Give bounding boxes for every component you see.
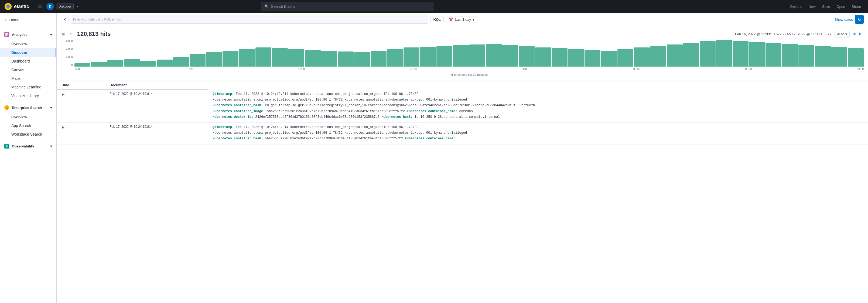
doc-line: kubernetes.container_hash: eu.gcr.io/sap… xyxy=(213,103,864,108)
sidebar-category-enterprise[interactable]: 🔶 Enterprise Search ▾ xyxy=(0,102,56,113)
document-cell: @timestamp: Feb 17, 2022 @ 10:24:19.814 … xyxy=(208,90,868,123)
chart-bar[interactable] xyxy=(124,59,140,67)
doc-line: kubernetes.annotations.cni_projectcalico… xyxy=(213,97,864,102)
chart-bar[interactable] xyxy=(157,60,173,67)
global-search-bar[interactable]: 🔍 xyxy=(261,2,433,11)
sidebar-item-dashboard[interactable]: Dashboard xyxy=(0,57,56,66)
chart-bar[interactable] xyxy=(716,40,732,67)
chart-bar[interactable] xyxy=(650,46,666,67)
chart-bar[interactable] xyxy=(420,47,436,67)
chart-bar[interactable] xyxy=(585,50,600,67)
sidebar-enterprise-left: 🔶 Enterprise Search xyxy=(4,105,42,110)
auto-interval-select[interactable]: Auto ▾ xyxy=(835,31,850,37)
sidebar-analytics-section: 📊 Analytics ▾ Overview Discover Dashboar… xyxy=(0,29,56,101)
chart-bar[interactable] xyxy=(371,51,386,67)
y-label-2000: 2,000 xyxy=(61,56,73,59)
sidebar-item-maps[interactable]: Maps xyxy=(0,74,56,83)
chart-bar[interactable] xyxy=(519,46,535,67)
sidebar-item-canvas[interactable]: Canvas xyxy=(0,66,56,74)
chart-header-right: Feb 16, 2022 @ 11:33:13.677 - Feb 17, 20… xyxy=(735,31,864,37)
eye-slash-icon: 👁 xyxy=(853,32,857,36)
chart-bar[interactable] xyxy=(436,46,452,67)
chart-bar[interactable] xyxy=(733,41,748,67)
app-chevron-button[interactable]: ▾ xyxy=(76,5,80,8)
sidebar-item-discover[interactable]: Discover xyxy=(0,48,56,57)
chart-bar[interactable] xyxy=(601,51,617,67)
close-button[interactable]: ✕ xyxy=(61,15,68,23)
chart-bar[interactable] xyxy=(91,62,107,67)
columns-toggle-button[interactable]: ⊞ xyxy=(61,31,66,37)
chart-bar[interactable] xyxy=(190,54,206,67)
kql-badge[interactable]: KQL xyxy=(431,16,444,23)
y-axis: 6,000 4,000 2,000 0 xyxy=(61,40,74,67)
open-button[interactable]: Open xyxy=(834,3,848,10)
chart-bar[interactable] xyxy=(815,46,831,67)
chart-bar[interactable] xyxy=(848,48,864,67)
sidebar-item-app-search[interactable]: App Search xyxy=(0,121,56,130)
sidebar-item-ent-overview[interactable]: Overview xyxy=(0,113,56,121)
time-sort-icon[interactable]: ↓ xyxy=(71,83,73,87)
top-nav-left-icons: ☰ D Discover ▾ xyxy=(36,2,80,10)
chart-bar[interactable] xyxy=(255,47,271,67)
sidebar-item-home[interactable]: ⌂ Home xyxy=(0,15,56,25)
chart-bar[interactable] xyxy=(74,63,90,67)
chart-bar[interactable] xyxy=(667,44,683,67)
chart-bar[interactable] xyxy=(486,44,502,67)
share-button[interactable]: Share xyxy=(849,3,864,10)
chart-bar[interactable] xyxy=(535,47,551,67)
chart-bar[interactable] xyxy=(831,47,847,67)
save-button[interactable]: Save xyxy=(819,3,833,10)
app-name-badge[interactable]: Discover xyxy=(56,3,74,9)
chart-bar[interactable] xyxy=(617,49,633,67)
chart-bar[interactable] xyxy=(700,41,716,67)
show-dates-button[interactable]: Show dates xyxy=(835,18,853,22)
chart-bar[interactable] xyxy=(338,52,353,67)
chart-bar[interactable] xyxy=(469,44,485,67)
chart-bar[interactable] xyxy=(552,48,567,67)
chart-bar[interactable] xyxy=(782,44,798,67)
sidebar-item-overview[interactable]: Overview xyxy=(0,40,56,48)
search-input[interactable] xyxy=(271,4,430,9)
sidebar-category-analytics[interactable]: 📊 Analytics ▾ xyxy=(0,29,56,40)
hamburger-button[interactable]: ☰ xyxy=(36,2,44,10)
chart-bar[interactable] xyxy=(173,57,189,67)
document-column-header: Document xyxy=(105,81,208,90)
options-button[interactable]: Options xyxy=(787,3,805,10)
avatar[interactable]: D xyxy=(46,3,54,10)
chart-bar[interactable] xyxy=(798,45,814,67)
chart-bar[interactable] xyxy=(239,49,255,67)
enterprise-icon: 🔶 xyxy=(4,105,9,110)
new-button[interactable]: New xyxy=(806,3,818,10)
refresh-button[interactable]: ↻ xyxy=(855,15,864,24)
chart-bar[interactable] xyxy=(387,49,403,67)
chart-bar[interactable] xyxy=(140,61,156,67)
collapse-rows-button[interactable]: « xyxy=(68,31,73,37)
kql-input-area[interactable]: Filter your data using KQL syntax xyxy=(71,15,428,24)
chart-bar[interactable] xyxy=(749,42,765,67)
chart-bar[interactable] xyxy=(206,52,222,67)
chart-bar[interactable] xyxy=(766,43,781,67)
chart-bar[interactable] xyxy=(107,60,123,67)
expand-row-button[interactable]: ▶ xyxy=(61,92,66,97)
chart-bar[interactable] xyxy=(404,47,420,67)
sidebar-item-workplace-search[interactable]: Workplace Search xyxy=(0,130,56,139)
elastic-logo[interactable]: elastic xyxy=(4,3,29,10)
chart-bar[interactable] xyxy=(222,51,239,67)
chart-bar[interactable] xyxy=(453,45,469,67)
chart-bar[interactable] xyxy=(354,52,370,67)
chart-bar[interactable] xyxy=(683,43,699,67)
hide-chart-button[interactable]: 👁 Hi... xyxy=(853,32,864,36)
sidebar-item-visualize-library[interactable]: Visualize Library xyxy=(0,91,56,100)
chart-bar[interactable] xyxy=(288,49,304,67)
chart-bar[interactable] xyxy=(321,51,337,67)
sidebar-category-observability[interactable]: ◎ Observability ▾ xyxy=(0,141,56,151)
date-picker[interactable]: 📅 Last 1 day ▾ xyxy=(446,16,477,23)
chart-bar[interactable] xyxy=(502,45,518,67)
chart-bar[interactable] xyxy=(305,50,321,67)
chart-bar[interactable] xyxy=(272,48,288,67)
chart-bar[interactable] xyxy=(568,49,584,67)
expand-row-button[interactable]: ▶ xyxy=(61,125,66,130)
sidebar-item-machine-learning[interactable]: Machine Learning xyxy=(0,83,56,91)
hits-count: 120,813 hits xyxy=(77,30,111,37)
chart-bar[interactable] xyxy=(634,47,650,67)
